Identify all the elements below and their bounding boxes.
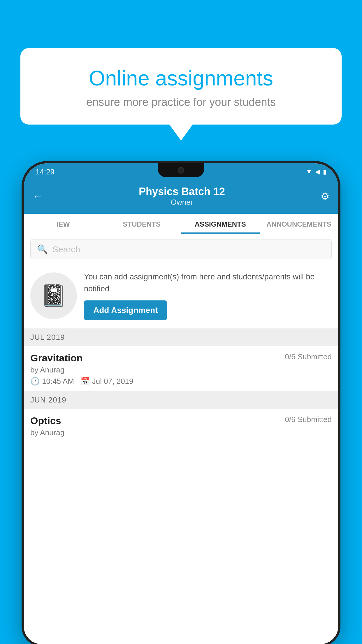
speech-bubble-arrow (169, 125, 193, 141)
speech-bubble-title: Online assignments (41, 66, 321, 91)
phone-mockup: 14:29 ▼ ◀ ▮ ← Physics Batch 12 Owner ⚙ I… (24, 163, 338, 644)
tab-iew[interactable]: IEW (24, 214, 103, 234)
assignment-author-gravitation: by Anurag (30, 365, 332, 374)
assignment-name-optics: Optics (30, 415, 61, 426)
search-placeholder: Search (52, 244, 80, 254)
speech-bubble-container: Online assignments ensure more practice … (20, 48, 342, 141)
assignment-submitted-gravitation: 0/6 Submitted (285, 352, 332, 361)
search-bar[interactable]: 🔍 Search (30, 239, 332, 259)
promo-description: You can add assignment(s) from here and … (84, 271, 332, 295)
assignment-submitted-optics: 0/6 Submitted (285, 415, 332, 424)
assignment-item-gravitation[interactable]: Gravitation 0/6 Submitted by Anurag 🕐 10… (24, 346, 338, 391)
assignment-row1-optics: Optics 0/6 Submitted (30, 415, 332, 426)
tab-students[interactable]: STUDENTS (103, 214, 181, 234)
assignment-meta-gravitation: 🕐 10:45 AM 📅 Jul 07, 2019 (30, 377, 332, 386)
assignment-row1: Gravitation 0/6 Submitted (30, 352, 332, 364)
signal-icon: ◀ (315, 168, 320, 176)
search-icon: 🔍 (37, 244, 48, 254)
assignment-name-gravitation: Gravitation (30, 352, 82, 364)
battery-icon: ▮ (323, 168, 326, 176)
owner-label: Owner (139, 198, 225, 207)
promo-text-block: You can add assignment(s) from here and … (84, 271, 332, 320)
assignment-time-gravitation: 🕐 10:45 AM (30, 377, 74, 386)
speech-bubble-subtitle: ensure more practice for your students (41, 96, 321, 108)
clock-icon: 🕐 (30, 377, 40, 386)
section-label-jun: JUN 2019 (30, 396, 66, 404)
promo-icon-circle: 📓 (30, 272, 77, 319)
wifi-icon: ▼ (306, 168, 312, 176)
notch (158, 163, 204, 177)
add-assignment-button[interactable]: Add Assignment (84, 300, 167, 320)
camera-icon (178, 167, 184, 174)
assignment-author-optics: by Anurag (30, 428, 332, 437)
tab-announcements[interactable]: ANNOUNCEMENTS (260, 214, 338, 234)
tab-assignments[interactable]: ASSIGNMENTS (181, 214, 260, 234)
speech-bubble: Online assignments ensure more practice … (20, 48, 342, 125)
promo-section: 📓 You can add assignment(s) from here an… (24, 265, 338, 329)
batch-title: Physics Batch 12 (139, 186, 225, 198)
section-header-jun: JUN 2019 (24, 391, 338, 409)
phone-screen: 14:29 ▼ ◀ ▮ ← Physics Batch 12 Owner ⚙ I… (24, 163, 338, 644)
section-label-jul: JUL 2019 (30, 333, 65, 342)
status-icons: ▼ ◀ ▮ (306, 168, 326, 176)
status-bar: 14:29 ▼ ◀ ▮ (24, 163, 338, 180)
header-title-block: Physics Batch 12 Owner (139, 186, 225, 207)
search-bar-wrap: 🔍 Search (24, 234, 338, 265)
calendar-icon: 📅 (80, 377, 90, 386)
time-value-gravitation: 10:45 AM (42, 377, 74, 386)
status-time: 14:29 (36, 167, 55, 176)
back-button[interactable]: ← (33, 190, 43, 202)
notebook-icon: 📓 (41, 283, 67, 308)
assignment-item-optics[interactable]: Optics 0/6 Submitted by Anurag (24, 409, 338, 445)
section-header-jul: JUL 2019 (24, 329, 338, 346)
app-header: ← Physics Batch 12 Owner ⚙ (24, 180, 338, 214)
content-area: 🔍 Search 📓 You can add assignment(s) fro… (24, 234, 338, 644)
tabs-bar: IEW STUDENTS ASSIGNMENTS ANNOUNCEMENTS (24, 214, 338, 234)
assignment-date-gravitation: 📅 Jul 07, 2019 (80, 377, 133, 386)
settings-button[interactable]: ⚙ (321, 190, 329, 202)
date-value-gravitation: Jul 07, 2019 (92, 377, 133, 386)
